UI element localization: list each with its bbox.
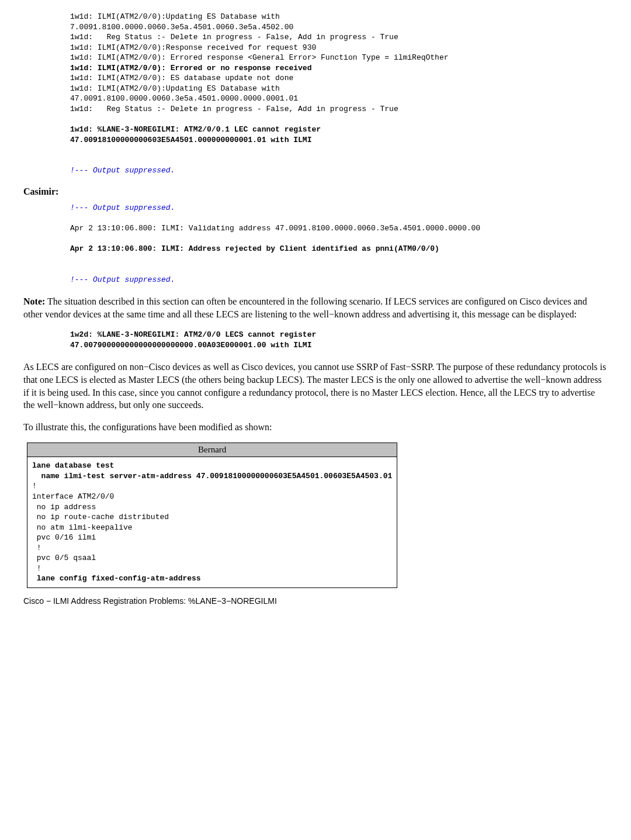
code-line-bold: 1w1d: %LANE-3-NOREGILMI: ATM2/0/0.1 LEC … [70,125,608,135]
error-message-block: 1w2d: %LANE-3-NOREGILMI: ATM2/0/0 LECS c… [70,330,608,350]
config-line-bold: lane config fixed-config-atm-address [32,573,392,584]
table-row: lane database test name ilmi-test server… [27,457,397,588]
config-line: pvc 0/5 qsaal [32,553,392,564]
config-line-bold: lane database test [32,461,392,471]
debug-output-block-1: 1w1d: ILMI(ATM2/0/0):Updating ES Databas… [70,12,608,176]
code-line: 1w1d: Reg Status :- Delete in progress -… [70,104,608,115]
code-blank [70,114,608,125]
code-line: 1w1d: Reg Status :- Delete in progress -… [70,32,608,43]
code-blank [70,155,608,166]
table-cell: lane database test name ilmi-test server… [27,457,397,588]
note-label: Note: [23,296,45,306]
table-header-row: Bernard [27,443,397,457]
debug-output-block-2: !--- Output suppressed. Apr 2 13:10:06.8… [70,203,608,285]
code-line: 47.0091.8100.0000.0060.3e5a.4501.0000.00… [70,94,608,104]
config-line: interface ATM2/0/0 [32,492,392,502]
output-suppressed-comment: !--- Output suppressed. [70,275,608,285]
config-line: ! [32,564,392,574]
output-suppressed-comment: !--- Output suppressed. [70,203,608,213]
explanation-paragraph: As LECS are configured on non−Cisco devi… [23,361,608,411]
code-blank [70,213,608,223]
config-line: no atm ilmi-keepalive [32,523,392,533]
code-line-bold: 47.007900000000000000000000.00A03E000001… [70,340,608,351]
note-text: The situation described in this section … [23,296,587,319]
config-line: ! [32,481,392,492]
config-line: no ip address [32,502,392,513]
code-line: Apr 2 13:10:06.800: ILMI: Validating add… [70,223,608,234]
intro-paragraph: To illustrate this, the configurations h… [23,421,608,434]
code-line: 1w1d: ILMI(ATM2/0/0):Updating ES Databas… [70,12,608,22]
code-line: 1w1d: ILMI(ATM2/0/0):Updating ES Databas… [70,84,608,94]
table-header: Bernard [27,443,397,457]
code-line-bold: 1w1d: ILMI(ATM2/0/0): Errored or no resp… [70,63,608,74]
code-line-bold: 1w2d: %LANE-3-NOREGILMI: ATM2/0/0 LECS c… [70,330,608,340]
code-blank [70,233,608,244]
code-blank [70,145,608,155]
code-line: 1w1d: ILMI(ATM2/0/0): Errored response <… [70,53,608,63]
page-footer: Cisco − ILMI Address Registration Proble… [23,596,608,606]
code-blank [70,254,608,264]
code-line: 7.0091.8100.0000.0060.3e5a.4501.0060.3e5… [70,22,608,33]
code-line-bold: Apr 2 13:10:06.800: ILMI: Address reject… [70,244,608,254]
code-blank [70,264,608,275]
config-table: Bernard lane database test name ilmi-tes… [27,443,397,588]
config-line-bold: name ilmi-test server-atm-address 47.009… [32,471,392,482]
config-line: no ip route-cache distributed [32,512,392,523]
config-line: pvc 0/16 ilmi [32,533,392,543]
casimir-heading: Casimir: [23,186,608,197]
code-line: 1w1d: ILMI(ATM2/0/0): ES database update… [70,73,608,84]
config-line: ! [32,543,392,554]
code-line-bold: 47.00918100000000603E5A4501.000000000001… [70,135,608,146]
note-paragraph: Note: The situation described in this se… [23,295,608,320]
code-line: 1w1d: ILMI(ATM2/0/0):Response received f… [70,43,608,53]
output-suppressed-comment: !--- Output suppressed. [70,165,608,176]
